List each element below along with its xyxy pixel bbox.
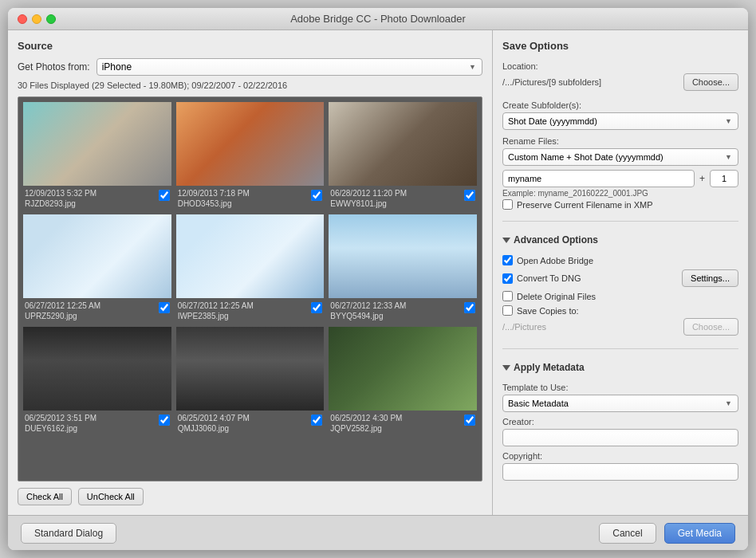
footer-left: Standard Dialog (21, 523, 116, 544)
standard-dialog-button[interactable]: Standard Dialog (21, 523, 116, 544)
photo-thumbnail (329, 214, 477, 298)
photo-item: 06/27/2012 12:33 AMBYYQ5494.jpg (329, 214, 477, 322)
advanced-options-title: Advanced Options (514, 234, 598, 246)
subfolder-select-wrap[interactable]: Shot Date (yyyymmdd) (502, 112, 738, 130)
open-bridge-checkbox[interactable] (502, 255, 513, 265)
photo-meta: 06/25/2012 4:07 PMQMJJ3060.jpg (176, 411, 325, 434)
photo-meta: 06/27/2012 12:25 AMUPRZ5290.jpg (23, 298, 171, 322)
rename-label: Rename Files: (502, 136, 738, 146)
advanced-options-section: Open Adobe Bridge Convert To DNG Setting… (502, 255, 738, 339)
close-button[interactable] (18, 14, 27, 24)
photo-meta-text: 06/25/2012 3:51 PMDUEY6162.jpg (25, 413, 96, 434)
template-label: Template to Use: (502, 383, 738, 392)
custom-name-input[interactable] (502, 170, 695, 187)
photo-select-checkbox[interactable] (159, 415, 170, 426)
copies-choose-button[interactable]: Choose... (683, 318, 738, 336)
triangle-icon-2 (502, 365, 510, 371)
maximize-button[interactable] (46, 14, 56, 24)
photo-item: 06/27/2012 12:25 AMIWPE2385.jpg (176, 214, 325, 322)
open-bridge-row: Open Adobe Bridge (502, 255, 738, 265)
minimize-button[interactable] (32, 14, 41, 24)
apply-metadata-section: Template to Use: Basic Metadata Creator:… (502, 383, 738, 481)
rename-section: Rename Files: Custom Name + Shot Date (y… (502, 136, 738, 211)
source-select-wrap[interactable]: iPhone (96, 58, 482, 76)
copies-path: /.../Pictures (502, 322, 677, 332)
photo-meta: 06/27/2012 12:25 AMIWPE2385.jpg (176, 298, 325, 322)
convert-dng-check-group: Convert To DNG (502, 273, 581, 284)
preserve-filename-checkbox[interactable] (502, 199, 513, 210)
photo-select-checkbox[interactable] (159, 302, 170, 313)
creator-input[interactable] (502, 429, 738, 446)
subfolder-section: Create Subfolder(s): Shot Date (yyyymmdd… (502, 100, 738, 130)
photo-thumbnail (329, 327, 477, 411)
copies-path-row: /.../Pictures Choose... (502, 318, 738, 336)
rename-select-wrap[interactable]: Custom Name + Shot Date (yyyymmdd) (502, 148, 738, 166)
preserve-filename-label: Preserve Current Filename in XMP (517, 200, 653, 210)
copyright-input[interactable] (502, 463, 738, 481)
photo-select-checkbox[interactable] (311, 190, 322, 201)
delete-originals-checkbox[interactable] (502, 291, 513, 301)
triangle-icon (502, 238, 510, 243)
open-bridge-check-group: Open Adobe Bridge (502, 255, 593, 265)
check-all-button[interactable]: Check All (18, 488, 72, 505)
photo-meta-text: 12/09/2013 7:18 PMDHOD3453.jpg (178, 188, 250, 209)
get-media-button[interactable]: Get Media (664, 523, 735, 544)
divider-2 (502, 348, 738, 349)
photo-item: 06/28/2012 11:20 PMEWWY8101.jpg (329, 102, 477, 210)
photo-select-checkbox[interactable] (311, 415, 322, 426)
location-path: /.../Pictures/[9 subfolders] (502, 77, 677, 87)
photo-meta-text: 06/27/2012 12:33 AMBYYQ5494.jpg (330, 301, 406, 321)
cancel-button[interactable]: Cancel (599, 523, 656, 544)
file-info: 30 Files Displayed (29 Selected - 19.80M… (18, 81, 482, 90)
photo-meta-text: 06/25/2012 4:30 PMJQPV2582.jpg (330, 413, 402, 434)
rename-select[interactable]: Custom Name + Shot Date (yyyymmdd) (502, 148, 738, 166)
photo-meta-text: 06/27/2012 12:25 AMUPRZ5290.jpg (25, 301, 100, 321)
source-section-title: Source (18, 40, 482, 52)
main-window: Adobe Bridge CC - Photo Downloader Sourc… (8, 8, 748, 550)
bottom-bar: Check All UnCheck All (18, 481, 482, 505)
left-panel: Source Get Photos from: iPhone 30 Files … (8, 30, 493, 515)
save-options-title: Save Options (502, 40, 738, 52)
template-select[interactable]: Basic Metadata (502, 395, 738, 412)
photo-thumbnail (176, 214, 325, 298)
photo-select-checkbox[interactable] (311, 302, 322, 313)
photo-select-checkbox[interactable] (464, 415, 475, 426)
subfolder-label: Create Subfolder(s): (502, 100, 738, 110)
advanced-options-header: Advanced Options (502, 234, 738, 246)
photo-meta: 06/25/2012 4:30 PMJQPV2582.jpg (329, 411, 477, 434)
location-choose-button[interactable]: Choose... (683, 73, 738, 91)
counter-input[interactable] (710, 170, 738, 187)
template-select-wrap[interactable]: Basic Metadata (502, 395, 738, 412)
photo-grid: 12/09/2013 5:32 PMRJZD8293.jpg12/09/2013… (23, 102, 477, 434)
window-title: Adobe Bridge CC - Photo Downloader (290, 13, 466, 25)
photo-item: 06/25/2012 3:51 PMDUEY6162.jpg (23, 327, 171, 434)
photo-grid-wrap: 12/09/2013 5:32 PMRJZD8293.jpg12/09/2013… (18, 96, 482, 481)
photo-thumbnail (23, 327, 171, 411)
source-row: Get Photos from: iPhone (18, 58, 482, 76)
photo-select-checkbox[interactable] (159, 190, 170, 201)
photo-thumbnail (176, 327, 325, 411)
divider-1 (502, 221, 738, 222)
photo-item: 06/25/2012 4:07 PMQMJJ3060.jpg (176, 327, 325, 434)
save-copies-check-group: Save Copies to: (502, 305, 579, 316)
save-copies-row: Save Copies to: (502, 305, 738, 316)
copyright-label: Copyright: (502, 451, 738, 461)
save-copies-checkbox[interactable] (502, 305, 513, 316)
photo-item: 12/09/2013 5:32 PMRJZD8293.jpg (23, 102, 171, 210)
photo-thumbnail (23, 214, 171, 298)
main-content: Source Get Photos from: iPhone 30 Files … (8, 30, 748, 515)
source-select[interactable]: iPhone (96, 58, 482, 76)
photo-meta-text: 12/09/2013 5:32 PMRJZD8293.jpg (25, 188, 96, 209)
photo-item: 06/27/2012 12:25 AMUPRZ5290.jpg (23, 214, 171, 322)
footer-right: Cancel Get Media (599, 523, 735, 544)
location-label: Location: (502, 61, 738, 71)
convert-dng-label: Convert To DNG (517, 273, 581, 283)
photo-thumbnail (329, 102, 477, 186)
settings-button[interactable]: Settings... (682, 269, 738, 287)
uncheck-all-button[interactable]: UnCheck All (78, 488, 144, 505)
photo-select-checkbox[interactable] (464, 190, 475, 201)
subfolder-select[interactable]: Shot Date (yyyymmdd) (502, 112, 738, 130)
photo-select-checkbox[interactable] (464, 302, 475, 313)
photo-meta-text: 06/27/2012 12:25 AMIWPE2385.jpg (178, 301, 254, 321)
convert-dng-checkbox[interactable] (502, 273, 513, 284)
